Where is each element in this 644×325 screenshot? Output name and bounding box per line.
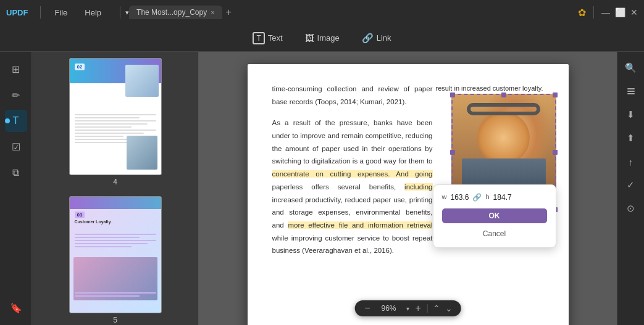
thumb-badge-4: 02 bbox=[75, 64, 85, 70]
left-sidebar: ⊞ ✏ T ☑ ⧉ 🔖 bbox=[0, 52, 32, 325]
handle-rm[interactable] bbox=[553, 150, 558, 155]
thumb-page-preview-5: 03 Customer Loyalty bbox=[69, 196, 162, 313]
search-panel-btn[interactable]: 🔍 bbox=[621, 58, 641, 78]
thumb-badge-5: 03 bbox=[75, 212, 85, 218]
share-btn[interactable]: ↑ bbox=[621, 152, 641, 171]
highlight-retrieval: more effective file and information retr… bbox=[288, 221, 432, 229]
text-tool-btn[interactable]: T Text bbox=[243, 28, 291, 49]
highlight-including: including bbox=[404, 183, 432, 191]
zoom-level-display: 96% bbox=[377, 304, 401, 313]
tab-title: The Most...opy_Copy bbox=[136, 8, 207, 17]
file-menu[interactable]: File bbox=[48, 6, 73, 20]
thumbnail-page-5[interactable]: 03 Customer Loyalty 5 bbox=[69, 196, 162, 324]
sidebar-item-bookmark[interactable]: 🔖 bbox=[5, 297, 27, 319]
h-label: h bbox=[485, 191, 489, 203]
sidebar-item-layers[interactable]: ⧉ bbox=[5, 162, 27, 184]
app-logo: UPDF bbox=[6, 8, 28, 17]
thumbnail-panel: 02 Promoting Best Practice and Reducing … bbox=[32, 52, 199, 325]
divider bbox=[40, 6, 41, 19]
text-label: Text bbox=[268, 33, 283, 43]
doc-page: result in increased customer loyalty. ti… bbox=[248, 64, 569, 325]
image-icon: 🖼 bbox=[305, 33, 314, 43]
maximize-btn[interactable]: ⬜ bbox=[615, 8, 625, 17]
sidebar-item-form[interactable]: ☑ bbox=[5, 136, 27, 158]
cancel-button[interactable]: Cancel bbox=[442, 226, 547, 241]
thumb-num-label-4: 4 bbox=[113, 178, 117, 186]
zoom-out-btn[interactable]: − bbox=[363, 303, 371, 313]
help-menu[interactable]: Help bbox=[78, 6, 107, 20]
thumb-title-4: Promoting Best Practice and Reducing Wor… bbox=[73, 86, 124, 105]
right-sidebar: 🔍 ⬇ ⬆ ↑ ✓ ⊙ bbox=[617, 52, 644, 325]
download-btn[interactable]: ⬇ bbox=[621, 105, 641, 125]
thumb-body-5b bbox=[75, 292, 156, 298]
size-dialog: w 163.6 🔗 h 184.7 OK Cancel bbox=[433, 184, 556, 248]
top-bar: UPDF File Help ▾ The Most...opy_Copy × +… bbox=[0, 0, 644, 25]
user-icon[interactable]: ✿ bbox=[578, 7, 586, 19]
image-label: Image bbox=[317, 33, 340, 43]
ok-button[interactable]: OK bbox=[442, 208, 547, 223]
image-tool-btn[interactable]: 🖼 Image bbox=[296, 28, 349, 47]
w-value[interactable]: 163.6 bbox=[450, 191, 469, 204]
link-proportions-icon[interactable]: 🔗 bbox=[472, 191, 482, 204]
divider3 bbox=[593, 6, 594, 19]
zoom-divider bbox=[427, 304, 428, 313]
highlight-concentrate: concentrate on cutting expenses. And goi… bbox=[272, 170, 433, 178]
properties-icon bbox=[626, 86, 636, 96]
handle-tr[interactable] bbox=[553, 93, 558, 97]
thumb-num-label-5: 5 bbox=[113, 316, 117, 324]
doc-right-text-1: result in increased customer loyalty. bbox=[436, 84, 543, 92]
close-btn[interactable]: ✕ bbox=[630, 8, 638, 17]
doc-area: result in increased customer loyalty. ti… bbox=[199, 52, 617, 325]
check-btn[interactable]: ✓ bbox=[621, 175, 641, 195]
handle-tm[interactable] bbox=[501, 93, 506, 97]
doc-left-column: time-consuming collection and review of … bbox=[272, 83, 433, 257]
upload-btn[interactable]: ⬆ bbox=[621, 128, 641, 148]
properties-btn[interactable] bbox=[621, 81, 641, 101]
edit-toolbar: T Text 🖼 Image 🔗 Link bbox=[0, 25, 644, 52]
new-tab-btn[interactable]: + bbox=[226, 7, 232, 18]
thumbnail-page-4[interactable]: 02 Promoting Best Practice and Reducing … bbox=[69, 58, 162, 186]
doc-image-container[interactable]: w 163.6 🔗 h 184.7 OK Cancel bbox=[451, 94, 556, 211]
thumb-body-5 bbox=[75, 234, 156, 249]
doc-paragraph-1: time-consuming collection and review of … bbox=[272, 83, 433, 108]
minimize-btn[interactable]: — bbox=[601, 8, 610, 17]
h-value[interactable]: 184.7 bbox=[493, 191, 512, 204]
w-label: w bbox=[442, 191, 447, 203]
active-tab[interactable]: The Most...opy_Copy × bbox=[129, 6, 222, 19]
tab-bar: ▾ The Most...opy_Copy × + bbox=[117, 6, 573, 19]
zoom-bar: − 96% ▾ + ⌃ ⌄ bbox=[354, 300, 461, 316]
zoom-dropdown-btn[interactable]: ▾ bbox=[406, 305, 409, 312]
text-icon: T bbox=[253, 32, 264, 44]
main-content: ⊞ ✏ T ☑ ⧉ 🔖 02 Promoting Best Practice a… bbox=[0, 52, 644, 325]
thumb-image-bottom-4 bbox=[127, 136, 157, 170]
svg-rect-1 bbox=[627, 91, 635, 92]
sidebar-item-pages[interactable]: ⊞ bbox=[5, 58, 27, 80]
settings-btn[interactable]: ⊙ bbox=[621, 199, 641, 218]
svg-rect-0 bbox=[627, 88, 635, 89]
svg-rect-2 bbox=[627, 93, 635, 94]
sidebar-item-annotation[interactable]: ✏ bbox=[5, 84, 27, 106]
thumb-image-4 bbox=[125, 65, 159, 97]
handle-lm[interactable] bbox=[450, 150, 455, 155]
zoom-in-btn[interactable]: + bbox=[414, 303, 422, 313]
size-inputs: w 163.6 🔗 h 184.7 bbox=[442, 191, 547, 204]
doc-paragraph-2: As a result of the pressure, banks have … bbox=[272, 117, 433, 257]
thumb-page-preview-4: 02 Promoting Best Practice and Reducing … bbox=[69, 58, 162, 175]
active-indicator bbox=[5, 118, 10, 123]
sidebar-item-edit[interactable]: T bbox=[5, 110, 27, 132]
link-tool-btn[interactable]: 🔗 Link bbox=[353, 28, 401, 48]
zoom-fit-down-btn[interactable]: ⌄ bbox=[445, 304, 453, 313]
divider2 bbox=[120, 6, 120, 19]
tab-close-btn[interactable]: × bbox=[211, 9, 214, 16]
link-label: Link bbox=[377, 33, 391, 43]
link-icon: 🔗 bbox=[362, 33, 374, 44]
thumb-title-5: Customer Loyalty bbox=[75, 219, 156, 224]
zoom-fit-up-btn[interactable]: ⌃ bbox=[433, 304, 440, 313]
handle-tl[interactable] bbox=[450, 93, 455, 97]
